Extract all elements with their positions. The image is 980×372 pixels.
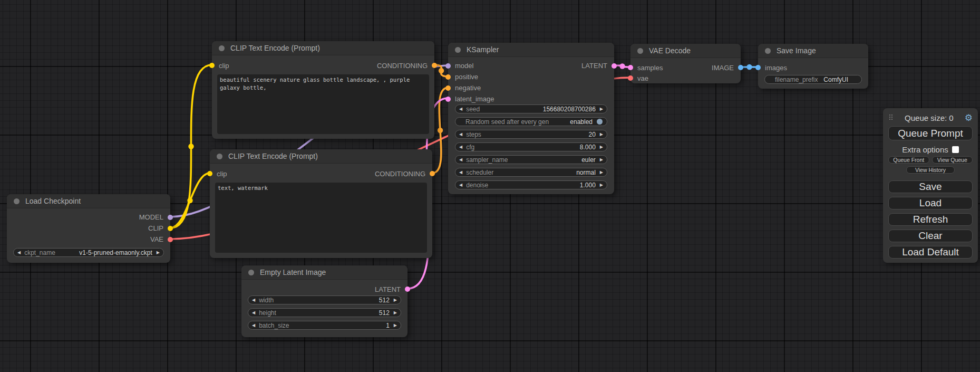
clear-button[interactable]: Clear [888,230,973,242]
port-latent-output[interactable] [405,287,410,292]
input-label: negative [455,84,481,92]
node-ksampler[interactable]: KSampler model LATENT positive negative … [448,43,614,194]
step-right-icon[interactable]: ▶ [394,323,397,328]
slot-row: images [758,62,868,73]
widget-scheduler[interactable]: ◀ scheduler normal ▶ [455,168,607,177]
node-graph-canvas[interactable]: Load Checkpoint MODEL CLIP VAE ◀ ckpt_na… [0,0,980,372]
widget-width[interactable]: ◀ width 512 ▶ [248,295,401,304]
port-latent-output[interactable] [612,63,617,69]
port-clip-input[interactable] [207,171,212,176]
widget-steps[interactable]: ◀ steps 20 ▶ [455,130,607,139]
widget-value: 1 [386,322,390,329]
widget-label: batch_size [259,322,289,329]
widget-label: Random seed after every gen [465,118,549,126]
node-vae-decode[interactable]: VAE Decode samples IMAGE vae [630,44,741,83]
save-button[interactable]: Save [888,180,973,193]
queue-size-label: Queue size: 0 [894,113,965,122]
widget-filename-prefix[interactable]: filename_prefix ComfyUI [764,75,862,84]
node-clip-text-encode-positive[interactable]: CLIP Text Encode (Prompt) clip CONDITION… [212,41,434,139]
step-left-icon[interactable]: ◀ [459,132,462,137]
step-right-icon[interactable]: ▶ [600,107,603,111]
port-image-output[interactable] [738,65,743,70]
input-label: vae [637,74,648,82]
step-right-icon[interactable]: ▶ [394,298,397,302]
collapse-dot[interactable] [248,270,254,275]
positive-prompt-textarea[interactable]: beautiful scenery nature glass bottle la… [217,74,429,134]
widget-sampler-name[interactable]: ◀ sampler_name euler ▶ [455,155,607,164]
queue-prompt-button[interactable]: Queue Prompt [888,126,973,140]
step-right-icon[interactable]: ▶ [600,158,603,162]
port-clip-output[interactable] [168,226,173,231]
widget-value: 1.000 [580,182,596,189]
step-right-icon[interactable]: ▶ [600,145,603,149]
input-label: positive [455,73,478,81]
collapse-dot[interactable] [219,45,225,51]
port-vae-input[interactable] [628,75,633,81]
port-vae-output[interactable] [168,237,173,242]
step-left-icon[interactable]: ◀ [17,251,21,255]
collapse-dot[interactable] [14,198,20,204]
widget-batch-size[interactable]: ◀ batch_size 1 ▶ [248,321,401,330]
widget-denoise[interactable]: ◀ denoise 1.000 ▶ [455,180,607,189]
collapse-dot[interactable] [217,154,222,159]
slot-row: negative [448,82,614,93]
node-clip-text-encode-negative[interactable]: CLIP Text Encode (Prompt) clip CONDITION… [210,149,432,258]
step-left-icon[interactable]: ◀ [459,145,462,149]
step-right-icon[interactable]: ▶ [600,170,603,175]
widget-label: filename_prefix [775,76,818,83]
negative-prompt-textarea[interactable]: text, watermark [215,183,427,253]
step-right-icon[interactable]: ▶ [157,251,160,255]
port-negative-input[interactable] [445,85,451,91]
port-images-input[interactable] [755,65,761,70]
step-left-icon[interactable]: ◀ [252,311,255,315]
gear-icon[interactable]: ⚙ [965,113,973,122]
step-right-icon[interactable]: ▶ [394,311,397,315]
step-left-icon[interactable]: ◀ [252,298,255,302]
widget-label: cfg [466,144,474,151]
port-latent-image-input[interactable] [445,97,451,102]
widget-random-seed-toggle[interactable]: Random seed after every gen enabled [455,117,607,126]
widget-height[interactable]: ◀ height 512 ▶ [248,308,401,317]
view-history-button[interactable]: View History [906,166,955,174]
widget-seed[interactable]: ◀ seed 156680208700286 ▶ [455,104,607,113]
slot-row: VAE [7,234,170,245]
refresh-button[interactable]: Refresh [888,213,973,226]
step-left-icon[interactable]: ◀ [252,323,255,328]
drag-handle-icon[interactable] [889,115,894,121]
widget-cfg[interactable]: ◀ cfg 8.000 ▶ [455,142,607,151]
node-load-checkpoint[interactable]: Load Checkpoint MODEL CLIP VAE ◀ ckpt_na… [7,194,170,263]
toggle-indicator[interactable] [597,119,603,125]
step-left-icon[interactable]: ◀ [459,170,462,175]
collapse-dot[interactable] [637,48,643,54]
step-left-icon[interactable]: ◀ [459,183,462,187]
port-positive-input[interactable] [445,74,451,80]
load-button[interactable]: Load [888,197,973,209]
slot-row: clip CONDITIONING [212,60,434,71]
widget-label: steps [466,131,481,138]
widget-label: scheduler [466,169,493,176]
step-right-icon[interactable]: ▶ [600,132,603,137]
port-model-input[interactable] [445,63,451,69]
port-model-output[interactable] [168,215,173,220]
load-default-button[interactable]: Load Default [888,246,973,259]
node-header: CLIP Text Encode (Prompt) [212,41,434,55]
step-left-icon[interactable]: ◀ [459,107,462,111]
node-header: CLIP Text Encode (Prompt) [210,149,432,164]
collapse-dot[interactable] [455,47,461,53]
node-header: Empty Latent Image [241,265,407,280]
collapse-dot[interactable] [765,48,771,54]
port-conditioning-output[interactable] [432,63,437,68]
wire-midpoint-dot [188,144,193,149]
node-save-image[interactable]: Save Image images filename_prefix ComfyU… [758,44,868,89]
port-conditioning-output[interactable] [430,171,435,176]
port-clip-input[interactable] [209,63,215,68]
node-empty-latent-image[interactable]: Empty Latent Image LATENT ◀ width 512 ▶ … [241,265,407,337]
step-right-icon[interactable]: ▶ [600,183,603,187]
wire-midpoint-dot [746,64,752,70]
extra-options-checkbox[interactable] [952,146,959,153]
port-samples-input[interactable] [628,65,633,70]
queue-front-button[interactable]: Queue Front [888,156,929,164]
widget-ckpt-name[interactable]: ◀ ckpt_name v1-5-pruned-emaonly.ckpt ▶ [13,248,164,257]
step-left-icon[interactable]: ◀ [459,158,462,162]
view-queue-button[interactable]: View Queue [932,156,973,164]
